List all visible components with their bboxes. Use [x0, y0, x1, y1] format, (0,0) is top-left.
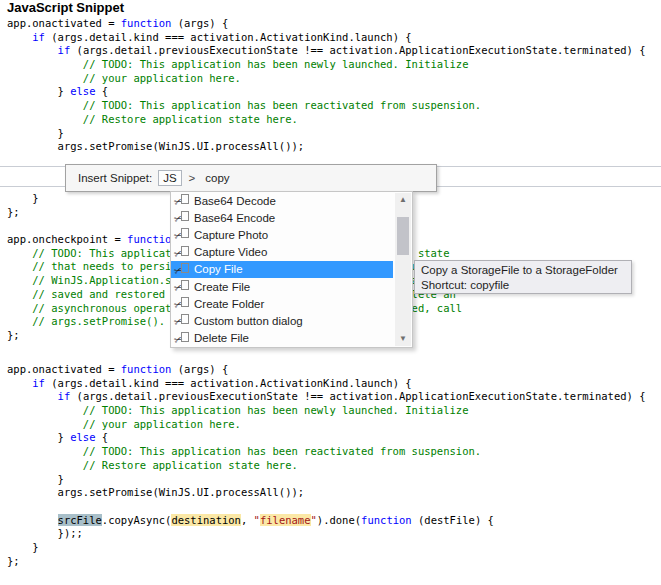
code-line[interactable]: // TODO: This application has been newly…: [7, 404, 661, 418]
snippet-list-item[interactable]: ✂Copy File: [171, 261, 393, 278]
code-line[interactable]: // your application here.: [7, 418, 661, 432]
snippet-scissors-icon: ✂: [174, 194, 190, 207]
code-text: };: [7, 555, 20, 567]
code-line[interactable]: // TODO: This application has been react…: [7, 99, 661, 113]
code-text: // TODO: This application has been newly…: [7, 404, 468, 416]
code-text: args.setPromise(WinJS.UI.processAll());: [7, 486, 304, 498]
code-text: // your application here.: [7, 72, 241, 84]
code-text: if: [32, 31, 45, 43]
snippet-list-item[interactable]: ✂Create File: [171, 278, 393, 295]
code-line[interactable]: app.onactivated = function (args) {: [7, 363, 661, 377]
code-text: // Restore application state here.: [7, 459, 298, 471]
code-text: (args.detail.previousExecutionState !== …: [70, 390, 645, 402]
code-text: [7, 514, 58, 526]
code-text: [7, 390, 58, 402]
code-line[interactable]: // TODO: This application has been newly…: [7, 58, 661, 72]
code-text: (destFile) {: [412, 514, 494, 526]
code-text: app.onactivated =: [7, 17, 121, 29]
code-line[interactable]: // your application here.: [7, 72, 661, 86]
snippet-scissors-icon: ✂: [174, 228, 190, 241]
scroll-down-icon[interactable]: ▼: [395, 332, 411, 346]
code-line[interactable]: args.setPromise(WinJS.UI.processAll());: [7, 140, 661, 154]
code-text: ,: [241, 514, 254, 526]
code-line[interactable]: } else {: [7, 85, 661, 99]
snippet-list-item[interactable]: ✂Capture Video: [171, 244, 393, 261]
snippet-item-label: Create File: [194, 281, 250, 293]
code-text: (args.detail.previousExecutionState !== …: [70, 44, 645, 56]
code-block: app.onactivated = function (args) { if (…: [7, 363, 661, 568]
code-text: (args.detail.kind === activation.Activat…: [45, 377, 412, 389]
snippet-item-label: Delete File: [194, 332, 249, 344]
snippet-scissors-icon: ✂: [174, 280, 190, 293]
scroll-up-icon[interactable]: ▲: [395, 193, 411, 207]
code-text: if: [58, 390, 71, 402]
code-text: (args.detail.kind === activation.Activat…: [45, 31, 412, 43]
snippet-search-query[interactable]: copy: [205, 172, 229, 184]
code-line[interactable]: };: [7, 555, 661, 569]
code-block: app.onactivated = function (args) { if (…: [7, 17, 661, 154]
tooltip-shortcut: Shortcut: copyfile: [421, 278, 625, 293]
code-text: // TODO: This application has been react…: [7, 445, 481, 457]
snippet-field-srcfile[interactable]: srcFile: [58, 514, 102, 526]
scrollbar-thumb[interactable]: [397, 217, 409, 255]
code-text: ": [254, 514, 260, 526]
code-text: [7, 44, 58, 56]
snippet-list-item[interactable]: ✂Capture Photo: [171, 226, 393, 243]
code-text: });;: [7, 527, 83, 539]
snippet-language-button[interactable]: JS: [158, 170, 181, 186]
insert-snippet-label: Insert Snippet:: [78, 172, 152, 184]
code-line[interactable]: if (args.detail.kind === activation.Acti…: [7, 377, 661, 391]
code-text: ).done(: [317, 514, 361, 526]
code-text: app.onactivated =: [7, 363, 121, 375]
snippet-list-item[interactable]: ✂Base64 Decode: [171, 192, 393, 209]
code-line[interactable]: if (args.detail.previousExecutionState !…: [7, 44, 661, 58]
snippet-field-filename[interactable]: filename: [260, 514, 311, 526]
chevron-right-icon: >: [189, 172, 196, 184]
code-line[interactable]: if (args.detail.previousExecutionState !…: [7, 390, 661, 404]
snippet-list-item[interactable]: ✂Custom button dialog: [171, 312, 393, 329]
code-line[interactable]: // TODO: This application has been react…: [7, 445, 661, 459]
code-text: // your application here.: [7, 418, 241, 430]
snippet-list-item[interactable]: ✂Delete File: [171, 330, 393, 347]
code-text: function: [121, 363, 172, 375]
code-line[interactable]: srcFile.copyAsync(destination, "filename…: [7, 514, 661, 528]
code-text: }: [7, 85, 70, 97]
code-line[interactable]: args.setPromise(WinJS.UI.processAll());: [7, 486, 661, 500]
code-line[interactable]: if (args.detail.kind === activation.Acti…: [7, 31, 661, 45]
tooltip-description: Copy a StorageFile to a StorageFolder: [421, 263, 625, 278]
snippet-scissors-icon: ✂: [174, 263, 190, 276]
snippet-item-label: Base64 Decode: [194, 195, 276, 207]
code-line[interactable]: [7, 500, 661, 514]
snippet-item-label: Base64 Encode: [194, 212, 275, 224]
code-text: {: [96, 431, 109, 443]
code-text: // Restore application state here.: [7, 113, 298, 125]
code-line[interactable]: } else {: [7, 431, 661, 445]
code-text: app.oncheckpoint =: [7, 233, 127, 245]
snippet-list-item[interactable]: ✂Base64 Encode: [171, 209, 393, 226]
code-line[interactable]: }: [7, 473, 661, 487]
code-text: // TODO: This application has been react…: [7, 99, 481, 111]
code-line[interactable]: }: [7, 127, 661, 141]
code-text: }: [7, 127, 64, 139]
snippet-item-label: Custom button dialog: [194, 315, 303, 327]
code-line[interactable]: // Restore application state here.: [7, 459, 661, 473]
code-text: }: [7, 541, 39, 553]
code-text: }: [7, 473, 64, 485]
code-line[interactable]: app.onactivated = function (args) {: [7, 17, 661, 31]
code-line[interactable]: // Restore application state here.: [7, 113, 661, 127]
snippet-list: ✂Base64 Decode✂Base64 Encode✂Capture Pho…: [170, 191, 413, 348]
code-text: (args) {: [171, 363, 228, 375]
snippet-list-item[interactable]: ✂Create Folder: [171, 295, 393, 312]
code-text: }: [7, 192, 39, 204]
insert-snippet-bar: Insert Snippet: JS > copy: [65, 164, 437, 192]
snippet-field-destination[interactable]: destination: [171, 514, 241, 526]
code-line[interactable]: }: [7, 541, 661, 555]
code-text: [7, 377, 32, 389]
code-text: // args.setPromise().: [7, 315, 165, 327]
code-text: if: [32, 377, 45, 389]
snippet-scissors-icon: ✂: [174, 297, 190, 310]
code-text: [7, 31, 32, 43]
code-line[interactable]: });;: [7, 527, 661, 541]
scrollbar[interactable]: ▲ ▼: [395, 193, 411, 346]
code-text: else: [70, 431, 95, 443]
